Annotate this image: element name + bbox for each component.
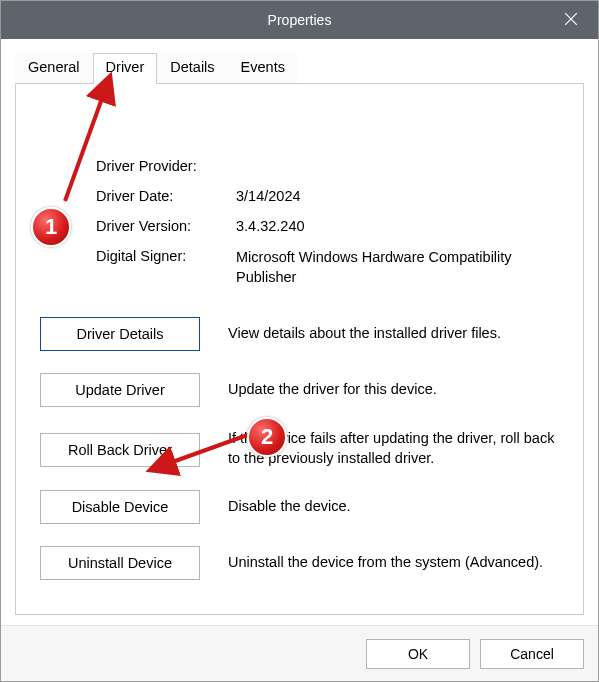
tab-events[interactable]: Events <box>228 53 298 83</box>
close-icon <box>565 12 577 28</box>
driver-tab-panel: Driver Provider: Driver Date: 3/14/2024 … <box>15 83 584 615</box>
disable-device-desc: Disable the device. <box>228 497 559 517</box>
tab-details[interactable]: Details <box>157 53 227 83</box>
uninstall-device-desc: Uninstall the device from the system (Ad… <box>228 553 559 573</box>
cancel-button[interactable]: Cancel <box>480 639 584 669</box>
close-button[interactable] <box>544 1 598 39</box>
driver-provider-label: Driver Provider: <box>96 158 232 174</box>
rollback-driver-row: Roll Back Driver If the device fails aft… <box>40 429 559 468</box>
driver-date-label: Driver Date: <box>96 188 232 204</box>
uninstall-device-button[interactable]: Uninstall Device <box>40 546 200 580</box>
update-driver-desc: Update the driver for this device. <box>228 380 559 400</box>
content-area: General Driver Details Events Driver Pro… <box>1 39 598 625</box>
tab-strip: General Driver Details Events <box>15 53 584 83</box>
tab-driver[interactable]: Driver <box>93 53 158 84</box>
driver-date-value: 3/14/2024 <box>236 188 559 204</box>
properties-window: Properties General Driver Details Events… <box>0 0 599 682</box>
digital-signer-value: Microsoft Windows Hardware Compatibility… <box>236 248 559 287</box>
driver-details-row: Driver Details View details about the in… <box>40 317 559 351</box>
rollback-driver-button[interactable]: Roll Back Driver <box>40 433 200 467</box>
driver-provider-value <box>236 158 559 174</box>
rollback-driver-desc: If the device fails after updating the d… <box>228 429 559 468</box>
driver-version-label: Driver Version: <box>96 218 232 234</box>
tab-general[interactable]: General <box>15 53 93 83</box>
ok-button[interactable]: OK <box>366 639 470 669</box>
window-title: Properties <box>1 12 598 28</box>
driver-version-value: 3.4.32.240 <box>236 218 559 234</box>
driver-details-button[interactable]: Driver Details <box>40 317 200 351</box>
driver-details-desc: View details about the installed driver … <box>228 324 559 344</box>
titlebar: Properties <box>1 1 598 39</box>
digital-signer-label: Digital Signer: <box>96 248 232 287</box>
dialog-footer: OK Cancel <box>1 625 598 681</box>
disable-device-button[interactable]: Disable Device <box>40 490 200 524</box>
disable-device-row: Disable Device Disable the device. <box>40 490 559 524</box>
driver-actions: Driver Details View details about the in… <box>40 317 559 580</box>
update-driver-row: Update Driver Update the driver for this… <box>40 373 559 407</box>
uninstall-device-row: Uninstall Device Uninstall the device fr… <box>40 546 559 580</box>
update-driver-button[interactable]: Update Driver <box>40 373 200 407</box>
driver-info-grid: Driver Provider: Driver Date: 3/14/2024 … <box>96 158 559 287</box>
